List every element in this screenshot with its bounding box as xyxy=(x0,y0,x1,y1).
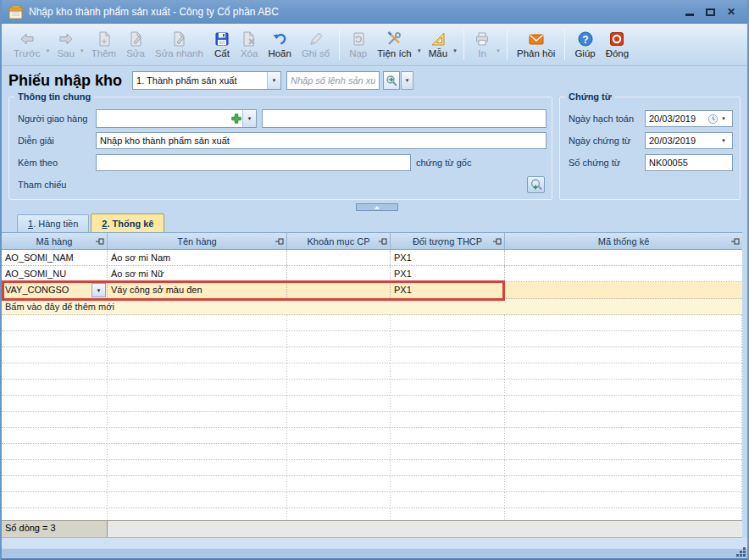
cell-ma-thong-ke[interactable] xyxy=(505,282,742,298)
empty-row xyxy=(2,412,742,428)
cell-ten-hang[interactable]: Áo sơ mi Nữ xyxy=(108,266,287,281)
toolbar-separator xyxy=(339,29,340,60)
deliverer-caret-icon[interactable]: ▼ xyxy=(242,110,256,127)
template-caret-icon[interactable]: ▼ xyxy=(452,48,458,53)
help-button[interactable]: ? Giúp xyxy=(569,25,600,64)
document-date-value: 20/03/2019 xyxy=(649,136,718,146)
column-header-doi-tuong-thcp[interactable]: Đối tượng THCP xyxy=(391,233,505,249)
minimize-button[interactable] xyxy=(685,14,694,16)
cell-ten-hang[interactable]: Áo sơ mi Nam xyxy=(108,250,287,265)
envelope-icon xyxy=(528,30,545,47)
splitter xyxy=(2,200,747,213)
voucher-header: Phiếu nhập kho 1. Thành phẩm sản xuất ▼ … xyxy=(2,66,747,95)
cell-ma-hang-combo[interactable]: VAY_CONGSO ▼ xyxy=(2,282,108,298)
add-deliverer-icon[interactable] xyxy=(230,113,242,125)
edit-button[interactable]: Sửa xyxy=(121,25,150,64)
column-header-ma-hang[interactable]: Mã hàng xyxy=(2,233,108,249)
add-button[interactable]: Thêm xyxy=(86,25,121,64)
quick-edit-button[interactable]: Sửa nhanh xyxy=(150,25,208,64)
table-row[interactable]: AO_SOMI_NAM Áo sơ mi Nam PX1 xyxy=(2,250,742,266)
tab-hang-tien[interactable]: 1. Hàng tiền xyxy=(17,214,89,232)
empty-row xyxy=(2,396,742,412)
status-bar xyxy=(2,548,747,558)
empty-row xyxy=(2,508,742,520)
cell-doi-tuong-thcp[interactable]: PX1 xyxy=(391,250,505,265)
help-icon: ? xyxy=(577,30,594,47)
delete-button[interactable]: Xóa xyxy=(236,25,263,64)
prev-caret-icon[interactable]: ▼ xyxy=(45,48,50,53)
posting-date-field[interactable]: 20/03/2019 ▼ xyxy=(645,110,733,127)
close-button[interactable]: ✕ xyxy=(727,7,735,17)
column-header-ten-hang[interactable]: Tên hàng xyxy=(108,233,287,249)
cell-doi-tuong-thcp[interactable]: PX1 xyxy=(391,282,505,298)
utilities-button[interactable]: Tiện ích xyxy=(372,25,416,64)
posting-date-caret-icon[interactable]: ▼ xyxy=(718,111,729,126)
reload-button[interactable]: Nạp xyxy=(344,25,372,64)
description-field[interactable]: Nhập kho thành phẩm sản xuất xyxy=(96,132,546,149)
save-button[interactable]: Cất xyxy=(208,25,236,64)
document-date-field[interactable]: 20/03/2019 ▼ xyxy=(645,132,733,149)
feedback-label: Phản hồi xyxy=(517,48,555,58)
empty-row xyxy=(2,380,742,396)
resize-grip[interactable] xyxy=(736,547,746,557)
pin-icon[interactable] xyxy=(275,237,284,246)
post-button[interactable]: Ghi sổ xyxy=(297,25,335,64)
table-row[interactable]: AO_SOMI_NU Áo sơ mi Nữ PX1 xyxy=(2,266,742,282)
pin-icon[interactable] xyxy=(96,237,104,246)
utilities-label: Tiện ích xyxy=(377,48,411,58)
maximize-button[interactable] xyxy=(706,8,715,16)
feedback-button[interactable]: Phản hồi xyxy=(512,25,560,64)
tab-thong-ke[interactable]: 2. Thống kê xyxy=(91,213,164,232)
cell-ma-thong-ke[interactable] xyxy=(505,250,742,265)
collapse-panel-button[interactable] xyxy=(356,203,398,211)
document-no-field[interactable]: NK00055 xyxy=(645,154,733,171)
utilities-caret-icon[interactable]: ▼ xyxy=(417,48,422,53)
cell-ma-thong-ke[interactable] xyxy=(505,266,742,281)
cell-ten-hang[interactable]: Váy công sở màu đen xyxy=(108,282,287,298)
print-caret-icon[interactable]: ▼ xyxy=(496,48,501,53)
column-header-khoan-muc-cp[interactable]: Khoản mục CP xyxy=(287,233,391,249)
undo-label: Hoãn xyxy=(268,48,291,58)
post-label: Ghi sổ xyxy=(302,48,330,58)
add-new-row[interactable]: Bấm vào đây để thêm mới xyxy=(2,299,742,315)
table-row-selected[interactable]: VAY_CONGSO ▼ Váy công sở màu đen PX1 xyxy=(2,282,742,299)
production-order-search-input[interactable] xyxy=(286,71,380,90)
deliverer-name-field[interactable] xyxy=(262,109,546,128)
pin-icon[interactable] xyxy=(493,237,502,246)
pin-icon[interactable] xyxy=(731,237,740,246)
cell-khoan-muc-cp[interactable] xyxy=(287,266,391,281)
cell-ma-hang[interactable]: AO_SOMI_NAM xyxy=(2,250,108,265)
prev-button[interactable]: Trước xyxy=(8,25,45,64)
print-button[interactable]: In xyxy=(469,25,496,64)
cell-khoan-muc-cp[interactable] xyxy=(287,250,391,265)
next-button[interactable]: Sau xyxy=(52,25,79,64)
chevron-down-icon[interactable]: ▼ xyxy=(267,72,280,89)
undo-button[interactable]: Hoãn xyxy=(263,25,297,64)
pin-icon[interactable] xyxy=(379,237,387,246)
voucher-type-value: 1. Thành phẩm sản xuất xyxy=(133,75,267,86)
template-button[interactable]: Mẫu xyxy=(424,25,452,64)
document-date-caret-icon[interactable]: ▼ xyxy=(718,133,729,148)
close-form-button[interactable]: Đóng xyxy=(601,25,635,64)
toolbar-separator xyxy=(463,29,464,60)
column-header-ma-thong-ke[interactable]: Mã thống kê xyxy=(505,233,742,249)
reference-search-button[interactable] xyxy=(527,176,545,193)
cell-ma-hang[interactable]: AO_SOMI_NU xyxy=(2,266,108,281)
cell-khoan-muc-cp[interactable] xyxy=(287,282,391,298)
search-order-caret-icon[interactable]: ▼ xyxy=(401,71,413,90)
voucher-type-select[interactable]: 1. Thành phẩm sản xuất ▼ xyxy=(132,71,281,90)
empty-row xyxy=(2,444,742,460)
empty-row xyxy=(2,347,742,363)
cell-dropdown-icon[interactable]: ▼ xyxy=(92,283,106,297)
tools-icon xyxy=(386,30,402,47)
arrow-right-icon xyxy=(58,30,75,47)
cell-doi-tuong-thcp[interactable]: PX1 xyxy=(391,266,505,281)
deliverer-code-combo[interactable]: ▼ xyxy=(96,109,257,128)
page-title: Phiếu nhập kho xyxy=(8,72,122,90)
search-order-button[interactable] xyxy=(383,71,400,90)
next-caret-icon[interactable]: ▼ xyxy=(80,48,85,53)
empty-row xyxy=(2,428,742,444)
empty-row xyxy=(2,460,742,476)
close-form-label: Đóng xyxy=(606,48,630,58)
attachment-field[interactable] xyxy=(96,154,411,171)
